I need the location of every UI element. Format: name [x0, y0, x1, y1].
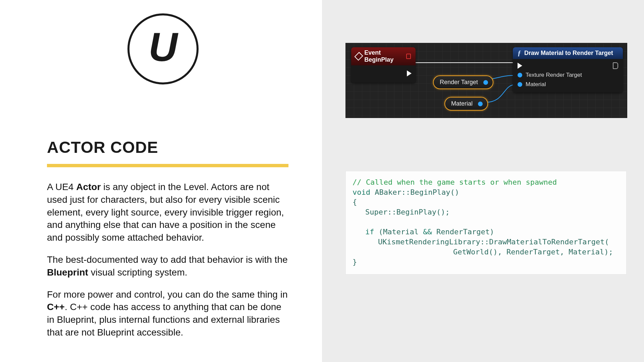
ue-logo-glyph: U — [149, 24, 178, 70]
code-line-5: if (Material && RenderTarget) — [353, 227, 620, 237]
event-icon — [354, 52, 363, 61]
text: A UE4 — [47, 182, 76, 192]
code-op: && — [423, 228, 432, 236]
text: . C++ code has access to anything that c… — [47, 302, 281, 338]
text: For more power and control, you can do t… — [47, 289, 288, 300]
code-text: GetWorld(), RenderTarget, Material); — [453, 248, 613, 256]
blueprint-variable-render-target[interactable]: Render Target — [433, 75, 493, 89]
event-node-header: Event BeginPlay — [351, 47, 416, 65]
paragraph-3: For more power and control, you can do t… — [47, 288, 288, 339]
function-icon: ƒ — [518, 49, 521, 57]
pill-label: Render Target — [440, 79, 478, 86]
code-kw: if — [365, 228, 374, 236]
event-node-title: Event BeginPlay — [364, 49, 404, 63]
code-text: UKismetRenderingLibrary::DrawMaterialToR… — [378, 238, 609, 246]
right-column: Event BeginPlay ƒ Draw Material to Rende… — [322, 0, 644, 362]
code-kw: void — [353, 188, 370, 196]
title-rule — [47, 164, 288, 167]
pin-dot-icon — [478, 102, 483, 106]
breakpoint-icon — [406, 54, 411, 59]
code-text: (Material — [374, 228, 423, 236]
pin-label: Texture Render Target — [526, 72, 582, 78]
func-node-title: Draw Material to Render Target — [524, 50, 613, 57]
blueprint-panel: Event BeginPlay ƒ Draw Material to Rende… — [345, 43, 627, 118]
slide: U ACTOR CODE A UE4 Actor is any object i… — [0, 0, 644, 362]
pin-label: Material — [526, 81, 546, 88]
code-line-1: // Called when the game starts or when s… — [353, 177, 620, 187]
code-panel: // Called when the game starts or when s… — [345, 171, 627, 275]
event-node-body — [351, 65, 416, 83]
code-line-8: } — [353, 257, 620, 267]
bold-blueprint: Blueprint — [47, 267, 88, 278]
blueprint-function-node[interactable]: ƒ Draw Material to Render Target Texture… — [513, 47, 623, 93]
text: The best-documented way to add that beha… — [47, 254, 288, 265]
text: visual scripting system. — [88, 267, 187, 278]
code-blank — [353, 217, 620, 227]
left-column: U ACTOR CODE A UE4 Actor is any object i… — [0, 0, 322, 362]
pill-label: Material — [451, 100, 473, 107]
code-line-3: { — [353, 197, 620, 207]
code-comment: // Called when the game starts or when s… — [353, 178, 557, 186]
blueprint-variable-material[interactable]: Material — [444, 97, 488, 111]
bold-cpp: C++ — [47, 302, 65, 312]
exec-in-pin[interactable] — [518, 63, 522, 69]
paragraph-2: The best-documented way to add that beha… — [47, 253, 288, 279]
paragraph-1: A UE4 Actor is any object in the Level. … — [47, 181, 288, 244]
pin-dot-icon — [483, 80, 488, 85]
code-text: RenderTarget) — [432, 228, 494, 236]
code-line-2: void ABaker::BeginPlay() — [353, 187, 620, 197]
pin-dot-icon — [518, 82, 522, 87]
code-line-6: UKismetRenderingLibrary::DrawMaterialToR… — [353, 237, 620, 247]
exec-out-pin[interactable] — [407, 70, 412, 76]
pin-material[interactable]: Material — [517, 80, 619, 89]
ue-logo: U — [127, 13, 288, 84]
exec-out-pin[interactable] — [613, 62, 618, 69]
code-line-7: GetWorld(), RenderTarget, Material); — [353, 247, 620, 257]
code-brace: } — [353, 258, 357, 266]
code-brace: { — [353, 198, 357, 206]
pin-dot-icon — [518, 73, 522, 77]
code-text: Super::BeginPlay(); — [365, 208, 450, 216]
bold-actor: Actor — [76, 182, 101, 192]
code-text: ABaker::BeginPlay() — [370, 188, 459, 196]
exec-row — [517, 61, 619, 70]
page-title: ACTOR CODE — [47, 138, 288, 157]
ue-logo-circle: U — [127, 13, 199, 84]
code-line-4: Super::BeginPlay(); — [353, 207, 620, 217]
pin-texture-render-target[interactable]: Texture Render Target — [517, 70, 619, 80]
func-node-header: ƒ Draw Material to Render Target — [513, 47, 623, 59]
func-node-body: Texture Render Target Material — [513, 59, 623, 93]
blueprint-event-node[interactable]: Event BeginPlay — [351, 47, 416, 83]
